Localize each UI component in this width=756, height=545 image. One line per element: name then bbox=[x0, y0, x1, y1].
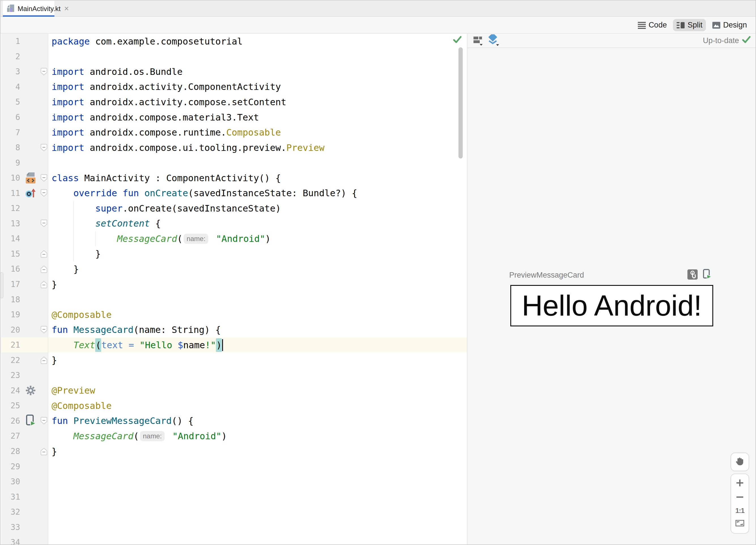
code-text[interactable]: super.onCreate(savedInstanceState) bbox=[48, 201, 467, 216]
code-line-4[interactable]: 4import androidx.activity.ComponentActiv… bbox=[1, 79, 467, 95]
code-line-5[interactable]: 5import androidx.activity.compose.setCon… bbox=[1, 94, 467, 110]
code-line-15[interactable]: 15 } bbox=[1, 246, 467, 262]
code-text[interactable] bbox=[48, 155, 467, 170]
fold-marker-icon[interactable] bbox=[40, 414, 48, 429]
code-line-22[interactable]: 22} bbox=[1, 353, 467, 368]
code-line-32[interactable]: 32 bbox=[1, 504, 467, 520]
code-line-30[interactable]: 30 bbox=[1, 474, 467, 489]
run-on-device-icon[interactable] bbox=[701, 268, 713, 282]
code-line-19[interactable]: 19@Composable bbox=[1, 307, 467, 323]
code-text[interactable]: override fun onCreate(savedInstanceState… bbox=[48, 185, 467, 201]
fold-marker-icon[interactable] bbox=[40, 140, 48, 155]
actual-size-button[interactable]: 1:1 bbox=[731, 507, 749, 515]
code-text[interactable]: import androidx.activity.ComponentActivi… bbox=[48, 79, 467, 95]
code-line-8[interactable]: 8import androidx.compose.ui.tooling.prev… bbox=[1, 140, 467, 155]
override-icon[interactable] bbox=[22, 185, 40, 201]
code-line-10[interactable]: 10class MainActivity : ComponentActivity… bbox=[1, 170, 467, 186]
code-text[interactable] bbox=[48, 368, 467, 383]
code-line-25[interactable]: 25@Composable bbox=[1, 398, 467, 414]
code-text[interactable]: MessageCard(name: "Android") bbox=[48, 231, 467, 246]
code-line-31[interactable]: 31 bbox=[1, 489, 467, 504]
tab-mainactivity[interactable]: MainActivity.kt ✕ bbox=[3, 1, 54, 17]
code-line-11[interactable]: 11 override fun onCreate(savedInstanceSt… bbox=[1, 185, 467, 201]
editor-scrollbar[interactable] bbox=[458, 47, 463, 158]
mode-code-button[interactable]: Code bbox=[634, 19, 670, 31]
tool-window-handle[interactable] bbox=[1, 272, 3, 298]
code-text[interactable]: } bbox=[48, 246, 467, 262]
preview-render-frame[interactable]: Hello Android! bbox=[510, 285, 713, 327]
mode-design-button[interactable]: Design bbox=[709, 19, 750, 31]
fold-marker-icon[interactable] bbox=[40, 444, 48, 459]
code-editor[interactable]: 1package com.example.composetutorial23im… bbox=[1, 34, 467, 545]
fold-marker-icon[interactable] bbox=[40, 261, 48, 277]
code-text[interactable]: MessageCard(name: "Android") bbox=[48, 429, 467, 444]
code-text[interactable]: import androidx.activity.compose.setCont… bbox=[48, 94, 467, 110]
code-text[interactable] bbox=[48, 474, 467, 489]
pan-button[interactable] bbox=[730, 453, 749, 471]
code-text[interactable]: import androidx.compose.material3.Text bbox=[48, 110, 467, 125]
code-text[interactable] bbox=[48, 459, 467, 474]
fold-marker-icon[interactable] bbox=[40, 170, 48, 186]
code-text[interactable]: @Preview bbox=[48, 383, 467, 398]
code-text[interactable]: fun MessageCard(name: String) { bbox=[48, 322, 467, 338]
grid-view-icon[interactable] bbox=[473, 35, 483, 47]
code-line-7[interactable]: 7import androidx.compose.runtime.Composa… bbox=[1, 125, 467, 140]
code-line-13[interactable]: 13 setContent { bbox=[1, 216, 467, 231]
code-text[interactable]: } bbox=[48, 353, 467, 368]
code-line-12[interactable]: 12 super.onCreate(savedInstanceState) bbox=[1, 201, 467, 216]
fold-marker-icon[interactable] bbox=[40, 64, 48, 79]
code-text[interactable]: package com.example.composetutorial bbox=[48, 34, 467, 49]
zoom-out-button[interactable] bbox=[731, 493, 749, 503]
code-line-9[interactable]: 9 bbox=[1, 155, 467, 170]
code-line-17[interactable]: 17} bbox=[1, 277, 467, 292]
code-line-24[interactable]: 24@Preview bbox=[1, 383, 467, 398]
code-line-23[interactable]: 23 bbox=[1, 368, 467, 383]
layers-icon[interactable] bbox=[488, 34, 500, 47]
code-line-21[interactable]: 21 Text(text = "Hello $name!") bbox=[1, 338, 467, 353]
class-preview-icon[interactable] bbox=[22, 170, 40, 186]
code-line-28[interactable]: 28} bbox=[1, 444, 467, 459]
close-icon[interactable]: ✕ bbox=[64, 5, 69, 12]
code-text[interactable]: import android.os.Bundle bbox=[48, 64, 467, 79]
code-text[interactable]: import androidx.compose.ui.tooling.previ… bbox=[48, 140, 467, 155]
code-text[interactable] bbox=[48, 49, 467, 64]
settings-icon[interactable] bbox=[22, 383, 40, 398]
code-text[interactable]: Text(text = "Hello $name!") bbox=[48, 338, 467, 353]
fold-marker-icon[interactable] bbox=[40, 185, 48, 201]
code-text[interactable]: setContent { bbox=[48, 216, 467, 231]
code-line-34[interactable]: 34 bbox=[1, 535, 467, 545]
code-line-20[interactable]: 20fun MessageCard(name: String) { bbox=[1, 322, 467, 338]
code-text[interactable]: import androidx.compose.runtime.Composab… bbox=[48, 125, 467, 140]
code-text[interactable]: class MainActivity : ComponentActivity()… bbox=[48, 170, 467, 186]
code-text[interactable] bbox=[48, 520, 467, 535]
mode-split-button[interactable]: Split bbox=[673, 19, 706, 31]
code-text[interactable]: } bbox=[48, 277, 467, 292]
code-text[interactable] bbox=[48, 292, 467, 307]
fold-marker-icon[interactable] bbox=[40, 322, 48, 338]
fold-marker-icon[interactable] bbox=[40, 353, 48, 368]
code-text[interactable] bbox=[48, 504, 467, 520]
zoom-in-button[interactable] bbox=[731, 478, 749, 489]
fold-marker-icon[interactable] bbox=[40, 216, 48, 231]
code-text[interactable] bbox=[48, 535, 467, 545]
code-text[interactable]: fun PreviewMessageCard() { bbox=[48, 414, 467, 429]
code-line-14[interactable]: 14 MessageCard(name: "Android") bbox=[1, 231, 467, 246]
code-text[interactable] bbox=[48, 489, 467, 504]
code-line-2[interactable]: 2 bbox=[1, 49, 467, 64]
zoom-to-fit-button[interactable] bbox=[731, 519, 749, 529]
fold-marker-icon[interactable] bbox=[40, 277, 48, 292]
code-line-27[interactable]: 27 MessageCard(name: "Android") bbox=[1, 429, 467, 444]
code-line-3[interactable]: 3import android.os.Bundle bbox=[1, 64, 467, 79]
code-line-26[interactable]: 26fun PreviewMessageCard() { bbox=[1, 414, 467, 429]
code-text[interactable]: @Composable bbox=[48, 398, 467, 414]
run-preview-icon[interactable] bbox=[22, 414, 40, 429]
code-line-6[interactable]: 6import androidx.compose.material3.Text bbox=[1, 110, 467, 125]
fold-marker-icon[interactable] bbox=[40, 246, 48, 262]
interactive-mode-icon[interactable] bbox=[687, 269, 698, 281]
code-text[interactable]: } bbox=[48, 444, 467, 459]
code-text[interactable]: } bbox=[48, 261, 467, 277]
code-line-16[interactable]: 16 } bbox=[1, 261, 467, 277]
code-line-33[interactable]: 33 bbox=[1, 520, 467, 535]
code-line-1[interactable]: 1package com.example.composetutorial bbox=[1, 34, 467, 49]
code-text[interactable]: @Composable bbox=[48, 307, 467, 323]
